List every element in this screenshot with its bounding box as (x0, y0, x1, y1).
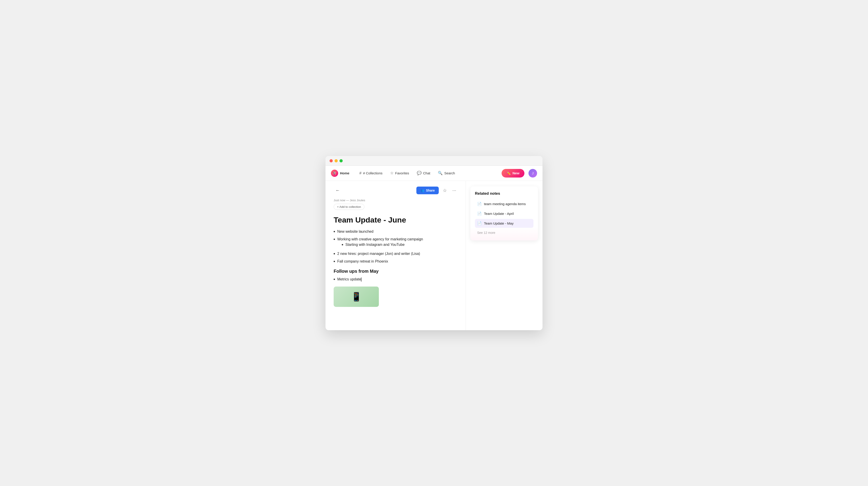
bullet-dot (342, 244, 343, 245)
minimize-button[interactable] (335, 159, 338, 162)
see-more-button[interactable]: See 12 more (475, 229, 533, 236)
nav-logo[interactable]: 🪅 Home (331, 170, 352, 177)
share-icon: 👥 (421, 189, 424, 192)
related-note-item-1[interactable]: 📄 team meeting agenda items (475, 200, 533, 208)
logo-icon: 🪅 (331, 170, 338, 177)
panel-title: Related notes (475, 191, 533, 196)
doc-icon: 📄 (477, 202, 482, 206)
note-meta: Just now — Jess Joules (334, 199, 458, 202)
nav-home[interactable]: Home (340, 170, 352, 177)
back-button[interactable]: ← (334, 187, 342, 194)
bullet-dot (334, 253, 335, 254)
navbar: 🪅 Home # # Collections ☆ Favorites 💬 Cha… (326, 166, 542, 181)
avatar[interactable]: J (528, 169, 537, 178)
main-area: ← 👥 Share ☆ ··· Just now — Jess Joules +… (326, 181, 542, 330)
sub-bullet-list: Starting with Instagram and YouTube (342, 242, 423, 247)
nav-collections[interactable]: # # Collections (356, 169, 385, 177)
doc-icon: 📄 (477, 211, 482, 216)
maximize-button[interactable] (340, 159, 343, 162)
related-note-item-3[interactable]: 📄 Team Update - May (475, 219, 533, 228)
bullet-dot (334, 231, 335, 232)
nav-favorites[interactable]: ☆ Favorites (387, 169, 412, 177)
content-area: ← 👥 Share ☆ ··· Just now — Jess Joules +… (326, 181, 466, 330)
more-button[interactable]: ··· (451, 186, 458, 194)
note-title: Team Update - June (334, 215, 458, 224)
list-item: Fall company retreat in Phoenix (334, 259, 458, 264)
new-icon: ✏️ (506, 171, 511, 175)
search-icon: 🔍 (438, 171, 442, 176)
bullet-dot (334, 239, 335, 240)
new-button[interactable]: ✏️ New (502, 169, 524, 178)
app-window: 🪅 Home # # Collections ☆ Favorites 💬 Cha… (326, 156, 542, 330)
share-button[interactable]: 👥 Share (416, 187, 439, 194)
note-toolbar: ← 👥 Share ☆ ··· (334, 186, 458, 194)
note-image-thumbnail: 📱 (334, 286, 379, 307)
title-bar (326, 156, 542, 166)
add-to-collection-button[interactable]: + Add to collection (334, 204, 364, 210)
section-2-title: Follow ups from May (334, 269, 458, 274)
text-cursor (361, 277, 362, 281)
close-button[interactable] (330, 159, 333, 162)
star-nav-icon: ☆ (390, 171, 394, 176)
list-item: Metrics update (334, 277, 458, 282)
list-item: Starting with Instagram and YouTube (342, 242, 423, 247)
list-item: 2 new hires: project manager (Jon) and w… (334, 251, 458, 256)
sidebar: Related notes 📄 team meeting agenda item… (466, 181, 542, 330)
bullet-dot (334, 261, 335, 262)
list-item: Working with creative agency for marketi… (334, 237, 458, 249)
bullet-dot (334, 279, 335, 280)
nav-search[interactable]: 🔍 Search (435, 169, 458, 177)
collections-icon: # (360, 171, 362, 176)
related-note-item-2[interactable]: 📄 Team Update - April (475, 209, 533, 218)
favorite-button[interactable]: ☆ (441, 186, 448, 194)
section-2-list: Metrics update (334, 277, 458, 282)
related-notes-panel: Related notes 📄 team meeting agenda item… (470, 186, 538, 240)
chat-icon: 💬 (417, 171, 422, 176)
doc-icon: 📄 (477, 221, 482, 225)
list-item: New website launched (334, 229, 458, 234)
nav-chat[interactable]: 💬 Chat (414, 169, 434, 177)
bullet-list: New website launched Working with creati… (334, 229, 458, 264)
